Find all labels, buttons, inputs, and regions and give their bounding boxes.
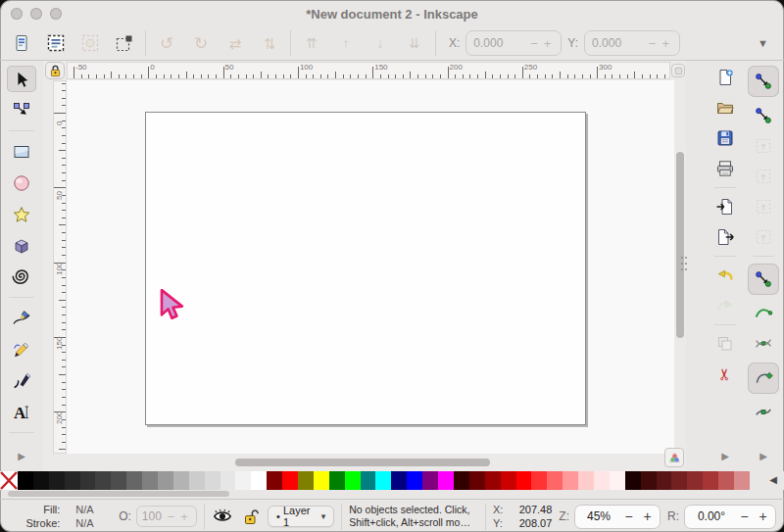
color-swatch[interactable] xyxy=(516,471,532,490)
color-swatch[interactable] xyxy=(80,471,96,490)
zoom-spinbox[interactable]: 45% − + xyxy=(574,505,661,529)
print-document-button[interactable] xyxy=(712,157,738,180)
color-swatch[interactable] xyxy=(422,471,438,490)
color-swatch[interactable] xyxy=(95,471,111,490)
redo-button[interactable] xyxy=(712,294,738,317)
snap-bbox-edge-midpoints-button[interactable] xyxy=(751,195,776,218)
calligraphy-tool-button[interactable] xyxy=(7,367,36,394)
horizontal-ruler[interactable]: -50050100150200250300 xyxy=(67,62,670,79)
flip-vertical-button[interactable]: ⇅ xyxy=(258,31,281,55)
rectangle-tool-button[interactable] xyxy=(7,138,36,165)
color-swatch[interactable] xyxy=(18,471,33,490)
text-tool-button[interactable]: A xyxy=(7,399,36,425)
select-all-layers-button[interactable] xyxy=(44,31,68,55)
snap-bbox-centers-button[interactable] xyxy=(751,225,776,249)
expand-arrow[interactable]: ▶ xyxy=(760,452,767,461)
color-swatch[interactable] xyxy=(687,471,703,490)
color-swatch[interactable] xyxy=(734,471,750,490)
raise-to-top-button[interactable]: ⇈ xyxy=(300,31,323,55)
ellipse-tool-button[interactable] xyxy=(7,169,36,196)
save-document-button[interactable] xyxy=(712,126,738,150)
snap-smooth-nodes-button[interactable] xyxy=(751,401,776,424)
lower-to-bottom-button[interactable]: ⇊ xyxy=(403,31,426,55)
color-swatch[interactable] xyxy=(158,471,173,490)
expand-arrow[interactable]: ▶ xyxy=(721,452,729,461)
color-swatch[interactable] xyxy=(671,471,687,490)
raise-button[interactable]: ↑ xyxy=(334,31,358,55)
close-button[interactable] xyxy=(11,8,23,20)
zoom-decrease-button[interactable]: − xyxy=(619,508,638,524)
color-swatch[interactable] xyxy=(189,471,205,490)
snap-bbox-corners-button[interactable] xyxy=(751,165,776,188)
no-color-swatch[interactable] xyxy=(0,471,18,490)
open-document-button[interactable] xyxy=(712,96,738,120)
color-swatch[interactable] xyxy=(391,471,407,490)
color-swatch[interactable] xyxy=(625,471,641,490)
snap-bounding-box-button[interactable] xyxy=(751,104,776,127)
color-swatch[interactable] xyxy=(49,471,65,490)
layer-selector[interactable]: • Layer 1 ▾ xyxy=(268,506,334,527)
color-swatch[interactable] xyxy=(469,471,485,490)
maximize-button[interactable] xyxy=(50,8,62,20)
color-swatch[interactable] xyxy=(282,471,298,490)
pencil-tool-button[interactable] xyxy=(7,336,36,363)
x-spinbox[interactable]: 0.000 − + xyxy=(466,30,562,56)
color-swatch[interactable] xyxy=(594,471,610,490)
color-swatch[interactable] xyxy=(703,471,718,490)
snap-path-intersections-button[interactable] xyxy=(751,332,776,356)
color-swatch[interactable] xyxy=(718,471,734,490)
pen-tool-button[interactable] xyxy=(7,305,36,331)
color-swatch[interactable] xyxy=(501,471,516,490)
color-swatch[interactable] xyxy=(657,471,672,490)
color-swatch[interactable] xyxy=(33,471,49,490)
expand-arrow[interactable]: ▶ xyxy=(18,452,25,461)
spiral-tool-button[interactable] xyxy=(7,264,36,290)
y-spinbox[interactable]: 0.000 − + xyxy=(584,30,680,56)
color-swatch[interactable] xyxy=(142,471,158,490)
color-swatch[interactable] xyxy=(485,471,501,490)
color-swatch[interactable] xyxy=(235,471,251,490)
color-swatch[interactable] xyxy=(111,471,126,490)
cut-button[interactable]: ✂ xyxy=(712,363,738,386)
snap-cusp-nodes-button[interactable] xyxy=(748,363,779,394)
vertical-ruler[interactable]: 050100150200 xyxy=(53,80,67,454)
increment-button[interactable]: + xyxy=(541,36,555,51)
minimize-button[interactable] xyxy=(30,8,42,20)
color-swatch[interactable] xyxy=(531,471,547,490)
zoom-increase-button[interactable]: + xyxy=(638,508,657,524)
color-swatch[interactable] xyxy=(126,471,142,490)
color-swatch[interactable] xyxy=(375,471,391,490)
page[interactable] xyxy=(145,112,586,425)
color-swatch[interactable] xyxy=(547,471,563,490)
snap-enable-button[interactable] xyxy=(748,66,779,97)
copy-button[interactable] xyxy=(712,332,738,356)
color-swatch[interactable] xyxy=(251,471,267,490)
color-swatch[interactable] xyxy=(173,471,189,490)
vertical-scrollbar[interactable] xyxy=(676,152,684,338)
import-image-button[interactable] xyxy=(712,195,738,218)
new-document-button[interactable] xyxy=(712,66,738,89)
canvas-corner-button[interactable] xyxy=(671,64,685,77)
palette-scroll-left-button[interactable]: ◀ xyxy=(769,475,777,485)
color-swatch[interactable] xyxy=(267,471,282,490)
color-swatch[interactable] xyxy=(65,471,80,490)
node-tool-button[interactable] xyxy=(7,97,36,123)
color-swatch[interactable] xyxy=(563,471,578,490)
titlebar[interactable]: *New document 2 - Inkscape xyxy=(0,0,784,26)
undo-button[interactable] xyxy=(712,264,738,287)
horizontal-scrollbar[interactable] xyxy=(235,459,490,466)
select-all-button[interactable] xyxy=(10,31,33,55)
rotation-increase-button[interactable]: + xyxy=(754,508,772,524)
layer-lock-button[interactable] xyxy=(239,507,261,526)
lock-guides-button[interactable] xyxy=(45,62,65,79)
export-image-button[interactable] xyxy=(712,225,738,249)
toolbar-overflow-button[interactable]: ▼ xyxy=(758,37,774,49)
color-managed-display-button[interactable] xyxy=(664,448,684,467)
fill-stroke-indicator[interactable]: Fill: N/A Stroke: N/A xyxy=(8,504,112,529)
canvas[interactable] xyxy=(67,80,674,454)
layer-visibility-button[interactable] xyxy=(212,507,233,526)
lower-button[interactable]: ↓ xyxy=(368,31,392,55)
color-swatch[interactable] xyxy=(407,471,422,490)
color-swatch[interactable] xyxy=(641,471,657,490)
snap-nodes-button[interactable] xyxy=(748,264,779,295)
